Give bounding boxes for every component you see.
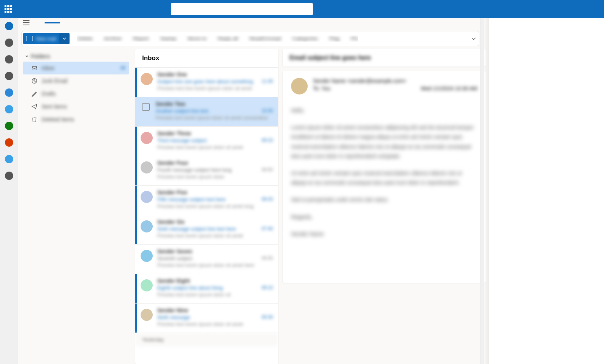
body-card: Sender Name <sender@example.com> To: You… xyxy=(283,71,486,283)
message-time: 06:10 xyxy=(262,285,273,291)
mail-icon xyxy=(26,36,33,41)
message-preview: Preview text lorem ipsum dolor sit amet xyxy=(157,144,243,150)
message-item[interactable]: Sender Seven Seventh subject06:55 Previe… xyxy=(135,245,278,274)
email-body: Hello, Lorem ipsum dolor sit amet consec… xyxy=(291,106,477,239)
ribbon-item-6[interactable]: Read/Unread xyxy=(249,36,281,42)
message-subject: Subject line one goes here about somethi… xyxy=(157,79,253,84)
app-launcher-icon[interactable] xyxy=(5,5,12,13)
message-item[interactable]: Sender One Subject line one goes here ab… xyxy=(135,68,278,97)
rail-app-3[interactable] xyxy=(5,72,13,80)
rail-app-6[interactable] xyxy=(5,122,13,130)
message-item[interactable]: Sender Four Fourth message subject here … xyxy=(135,156,278,186)
message-item[interactable]: Sender Six Sixth message subject line te… xyxy=(135,215,278,245)
ribbon-item-0[interactable]: Delete xyxy=(77,36,92,42)
message-scroll[interactable]: Sender One Subject line one goes here ab… xyxy=(135,68,278,364)
message-sender: Sender Four xyxy=(157,160,188,166)
sender-avatar xyxy=(141,161,153,173)
folder-icon xyxy=(31,90,38,97)
ribbon-item-9[interactable]: Pin xyxy=(351,36,358,42)
right-gutter xyxy=(489,18,604,364)
from-line: Sender Name <sender@example.com> xyxy=(313,78,477,84)
message-sender: Sender One xyxy=(157,71,187,77)
folder-item-inbox[interactable]: Inbox 99 xyxy=(23,62,129,74)
svg-rect-0 xyxy=(32,67,37,70)
subject-card: Email subject line goes here xyxy=(283,49,486,67)
ribbon-expand-icon[interactable] xyxy=(471,36,477,42)
message-sender: Sender Six xyxy=(157,219,184,225)
folder-header[interactable]: Folders xyxy=(21,51,131,62)
sender-avatar xyxy=(141,73,153,85)
folder-item-deleted-items[interactable]: Deleted Items xyxy=(23,113,129,126)
message-item[interactable]: Sender Nine Ninth message05:30 Preview t… xyxy=(135,304,278,333)
ribbon-item-4[interactable]: Move to xyxy=(187,36,206,42)
message-subject: Fifth message subject text here xyxy=(157,197,226,202)
message-item[interactable]: Sender Eight Eighth subject line about t… xyxy=(135,274,278,304)
rail-app-5[interactable] xyxy=(5,105,13,113)
sender-avatar xyxy=(141,220,153,232)
message-item[interactable]: Sender Five Fifth message subject text h… xyxy=(135,186,278,215)
chevron-down-icon xyxy=(25,54,29,58)
message-preview: Preview text lorem ipsum dolor sit amet xyxy=(157,233,243,239)
message-preview: Preview text line lorem ipsum dolor sit … xyxy=(157,85,252,91)
folder-label: Sent Items xyxy=(42,104,67,110)
sender-avatar xyxy=(141,191,153,203)
section-divider: Yesterday xyxy=(135,333,278,346)
folder-item-drafts[interactable]: Drafts xyxy=(23,87,129,100)
message-time: 05:30 xyxy=(262,314,273,320)
email-subject: Email subject line goes here xyxy=(290,54,479,61)
message-sender: Sender Seven xyxy=(157,248,192,254)
list-header: Inbox xyxy=(135,49,278,68)
message-subject: Sixth message subject line text here xyxy=(157,226,236,232)
folder-label: Drafts xyxy=(42,91,56,97)
message-sender: Sender Eight xyxy=(157,278,190,284)
rail-app-2[interactable] xyxy=(5,55,13,64)
content-area: Folders Inbox 99 Junk Email Drafts Sent … xyxy=(18,49,489,364)
sender-avatar xyxy=(141,309,153,321)
folder-item-junk-email[interactable]: Junk Email xyxy=(23,74,129,87)
folder-count: 99 xyxy=(121,65,125,71)
folder-list: Folders Inbox 99 Junk Email Drafts Sent … xyxy=(21,49,131,364)
folder-item-sent-items[interactable]: Sent Items xyxy=(23,100,129,113)
message-sender: Sender Nine xyxy=(157,307,188,313)
message-subject: Third message subject xyxy=(157,138,207,143)
ribbon-item-5[interactable]: Reply all xyxy=(218,36,238,42)
message-preview: Preview text lorem ipsum dolor sit amet … xyxy=(156,115,268,121)
message-sender: Sender Three xyxy=(157,130,191,136)
folder-icon xyxy=(31,116,38,123)
message-list: Inbox Sender One Subject line one goes h… xyxy=(135,49,278,364)
rail-app-8[interactable] xyxy=(5,155,13,163)
top-tab-area xyxy=(18,18,489,27)
rail-app-4[interactable] xyxy=(5,88,13,97)
new-mail-button[interactable]: New mail xyxy=(23,33,70,44)
message-subject: Ninth message xyxy=(157,314,190,320)
ribbon-item-7[interactable]: Categories xyxy=(292,36,318,42)
message-preview: Preview text lorem ipsum dolor sit xyxy=(157,292,231,297)
ribbon-item-8[interactable]: Flag xyxy=(329,36,339,42)
ribbon-item-1[interactable]: Archive xyxy=(104,36,122,42)
search-input[interactable] xyxy=(171,3,313,15)
message-time: 10:30 xyxy=(262,108,273,114)
ribbon-toolbar: New mail DeleteArchiveReportSweepMove to… xyxy=(21,31,479,46)
message-subject: Seventh subject xyxy=(157,256,192,261)
message-item[interactable]: Sender Two Another subject line text10:3… xyxy=(135,97,278,127)
hamburger-icon[interactable] xyxy=(23,20,29,25)
message-item[interactable]: Sender Three Third message subject09:15 … xyxy=(135,127,278,156)
ribbon-item-3[interactable]: Sweep xyxy=(160,36,177,42)
folder-label: Inbox xyxy=(42,65,54,71)
ribbon-item-2[interactable]: Report xyxy=(133,36,149,42)
new-mail-label: New mail xyxy=(36,36,56,42)
message-preview: Preview text lorem ipsum dolor sit amet … xyxy=(157,262,254,268)
rail-app-9[interactable] xyxy=(5,172,13,180)
message-time: 06:55 xyxy=(262,256,273,261)
new-mail-dropdown[interactable] xyxy=(59,33,70,44)
message-time: 11:45 xyxy=(262,79,273,84)
rail-app-7[interactable] xyxy=(5,138,13,147)
message-checkbox[interactable] xyxy=(142,103,150,111)
sender-avatar xyxy=(141,279,153,291)
rail-app-1[interactable] xyxy=(5,39,13,47)
folder-icon xyxy=(31,65,38,71)
rail-app-0[interactable] xyxy=(5,22,13,30)
message-subject: Fourth message subject here long xyxy=(157,167,232,173)
message-preview: Preview text lorem ipsum dolor sit amet … xyxy=(157,203,254,209)
left-rail xyxy=(0,18,18,364)
